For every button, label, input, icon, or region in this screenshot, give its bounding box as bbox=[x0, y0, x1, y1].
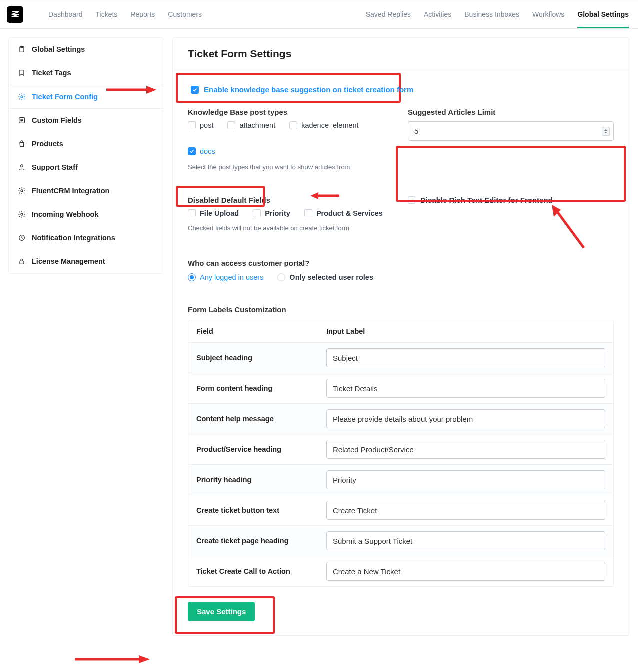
portal-radio[interactable] bbox=[188, 274, 196, 282]
label-input[interactable] bbox=[326, 470, 606, 490]
portal-access-heading: Who can access customer portal? bbox=[188, 259, 614, 268]
svg-point-3 bbox=[21, 165, 24, 168]
disabled-field-checkbox[interactable] bbox=[304, 210, 312, 218]
sidebar-item-ticket-form-config[interactable]: Ticket Form Config bbox=[9, 85, 163, 109]
nav-business-inboxes[interactable]: Business Inboxes bbox=[464, 10, 520, 18]
enable-kb-checkbox-row[interactable]: Enable knowledge base suggestion on tick… bbox=[188, 82, 614, 98]
gear-icon bbox=[18, 93, 26, 101]
suggested-limit-input[interactable] bbox=[408, 122, 614, 141]
disable-rich-text-checkbox[interactable] bbox=[408, 196, 416, 204]
disabled-field-file-upload[interactable]: File Upload bbox=[188, 210, 239, 218]
label-input[interactable] bbox=[326, 440, 606, 459]
sidebar-item-label: Custom Fields bbox=[32, 116, 82, 124]
save-settings-button[interactable]: Save Settings bbox=[188, 602, 255, 622]
sidebar-item-label: Global Settings bbox=[32, 46, 85, 54]
post-type-checkbox[interactable] bbox=[290, 122, 298, 130]
sidebar-item-support-staff[interactable]: Support Staff bbox=[9, 156, 163, 180]
kb-and-limit-row: Knowledge Base post types postattachment… bbox=[188, 108, 614, 171]
list-icon bbox=[18, 116, 26, 124]
post-type-kadence_element[interactable]: kadence_element bbox=[290, 122, 358, 130]
sidebar-item-products[interactable]: Products bbox=[9, 132, 163, 156]
chevron-up-icon[interactable] bbox=[604, 130, 608, 131]
disabled-field-priority[interactable]: Priority bbox=[253, 210, 290, 218]
enable-kb-label: Enable knowledge base suggestion on tick… bbox=[204, 86, 414, 94]
sidebar-item-label: Products bbox=[32, 140, 64, 148]
sidebar-item-global-settings[interactable]: Global Settings bbox=[9, 38, 163, 62]
post-type-checkbox[interactable] bbox=[188, 122, 196, 130]
app-logo[interactable] bbox=[7, 6, 24, 23]
bell-icon bbox=[18, 234, 26, 242]
sidebar-item-label: Support Staff bbox=[32, 164, 78, 172]
label-input[interactable] bbox=[326, 348, 606, 368]
post-type-post[interactable]: post bbox=[188, 122, 214, 130]
sidebar-item-custom-fields[interactable]: Custom Fields bbox=[9, 109, 163, 132]
nav-saved-replies[interactable]: Saved Replies bbox=[366, 10, 411, 18]
nav-global-settings[interactable]: Global Settings bbox=[578, 10, 629, 18]
portal-option-only-selected-user-roles[interactable]: Only selected user roles bbox=[278, 274, 374, 282]
portal-option-label: Any logged in users bbox=[200, 274, 264, 282]
portal-option-any-logged-in-users[interactable]: Any logged in users bbox=[188, 274, 264, 282]
form-labels-heading: Form Labels Customization bbox=[188, 306, 614, 314]
field-name: Form content heading bbox=[196, 384, 272, 392]
nav-workflows[interactable]: Workflows bbox=[532, 10, 564, 18]
nav-customers[interactable]: Customers bbox=[168, 10, 202, 18]
chevron-down-icon[interactable] bbox=[604, 132, 608, 134]
number-spinner[interactable] bbox=[602, 127, 610, 136]
sidebar-item-incoming-webhook[interactable]: Incoming Webhook bbox=[9, 203, 163, 226]
field-name: Create ticket button text bbox=[196, 506, 280, 514]
nav-reports[interactable]: Reports bbox=[130, 10, 155, 18]
topbar-left: Dashboard Tickets Reports Customers bbox=[7, 6, 202, 23]
disable-rich-text-label: Disable Rich Text Editor for Frontend bbox=[420, 196, 553, 204]
table-row: Product/Service heading bbox=[188, 434, 614, 465]
kb-post-types-heading: Knowledge Base post types bbox=[188, 108, 394, 116]
field-name: Subject heading bbox=[196, 354, 252, 362]
field-name: Content help message bbox=[196, 415, 274, 423]
table-header-input: Input Label bbox=[318, 320, 614, 342]
svg-point-1 bbox=[21, 96, 23, 98]
label-input[interactable] bbox=[326, 379, 606, 398]
sidebar-item-license-management[interactable]: License Management bbox=[9, 250, 163, 274]
field-name: Create ticket page heading bbox=[196, 537, 289, 545]
sidebar-item-notification-integrations[interactable]: Notification Integrations bbox=[9, 226, 163, 250]
disabled-fields-col: Disabled Default Fields File UploadPrior… bbox=[188, 196, 394, 232]
post-type-checkbox[interactable] bbox=[228, 122, 236, 130]
svg-rect-7 bbox=[20, 261, 24, 264]
disabled-fields-list: File UploadPriorityProduct & Services bbox=[188, 210, 394, 218]
label-input[interactable] bbox=[326, 410, 606, 428]
post-type-checkbox[interactable] bbox=[188, 148, 196, 156]
clipboard-icon bbox=[18, 46, 26, 54]
disable-rich-text-row[interactable]: Disable Rich Text Editor for Frontend bbox=[408, 196, 614, 204]
post-type-docs[interactable]: docs bbox=[188, 148, 394, 156]
disable-rt-col: Disable Rich Text Editor for Frontend bbox=[408, 196, 614, 232]
disabled-field-checkbox[interactable] bbox=[253, 210, 261, 218]
post-type-label: attachment bbox=[240, 122, 276, 130]
disabled-field-label: Priority bbox=[265, 210, 290, 218]
nav-dashboard[interactable]: Dashboard bbox=[48, 10, 83, 18]
disabled-fields-heading: Disabled Default Fields bbox=[188, 196, 394, 204]
disabled-field-checkbox[interactable] bbox=[188, 210, 196, 218]
post-type-attachment[interactable]: attachment bbox=[228, 122, 276, 130]
sidebar-item-label: Ticket Form Config bbox=[32, 93, 98, 101]
sidebar-item-fluentcrm-integration[interactable]: FluentCRM Integration bbox=[9, 180, 163, 203]
bookmark-icon bbox=[18, 69, 26, 77]
label-input[interactable] bbox=[326, 562, 606, 581]
sidebar-item-label: License Management bbox=[32, 258, 106, 266]
label-input[interactable] bbox=[326, 532, 606, 550]
disabled-field-label: File Upload bbox=[200, 210, 239, 218]
disabled-field-product-services[interactable]: Product & Services bbox=[304, 210, 383, 218]
label-input[interactable] bbox=[326, 501, 606, 520]
sidebar-item-label: Ticket Tags bbox=[32, 69, 71, 77]
nav-activities[interactable]: Activities bbox=[424, 10, 452, 18]
form-labels-section: Form Labels Customization Field Input La… bbox=[188, 306, 614, 587]
table-row: Ticket Create Call to Action bbox=[188, 556, 614, 586]
content-panel: Ticket Form Settings Enable knowledge ba… bbox=[172, 38, 630, 636]
disabled-fields-row: Disabled Default Fields File UploadPrior… bbox=[188, 196, 614, 232]
table-row: Create ticket page heading bbox=[188, 526, 614, 556]
enable-kb-checkbox[interactable] bbox=[191, 86, 199, 94]
portal-radio[interactable] bbox=[278, 274, 286, 282]
post-type-label: kadence_element bbox=[302, 122, 358, 130]
nav-tickets[interactable]: Tickets bbox=[96, 10, 118, 18]
sidebar-item-ticket-tags[interactable]: Ticket Tags bbox=[9, 62, 163, 85]
topbar-right: Saved Replies Activities Business Inboxe… bbox=[366, 10, 629, 19]
table-row: Content help message bbox=[188, 404, 614, 434]
